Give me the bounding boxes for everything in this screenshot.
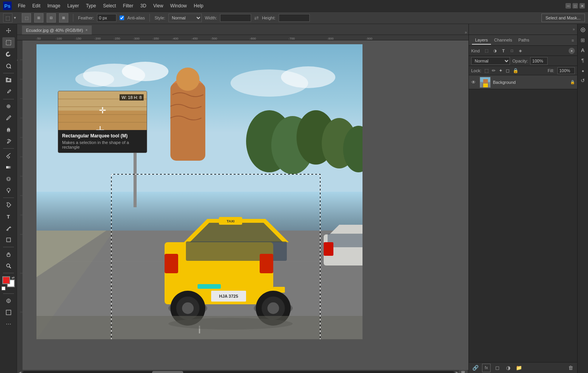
history-icon[interactable]: ↺ (579, 76, 587, 85)
height-input[interactable] (279, 14, 310, 22)
tab-layers[interactable]: Layers (472, 36, 491, 45)
menu-type[interactable]: Type (83, 2, 99, 10)
foreground-color-swatch[interactable] (2, 276, 10, 284)
layer-fx-icon[interactable]: fx (482, 364, 491, 372)
layer-adjustment-icon[interactable]: ◑ (504, 364, 512, 372)
panel-collapse-right[interactable]: » (572, 27, 575, 31)
filter-toggle[interactable]: ● (569, 48, 575, 54)
tool-screen-mode[interactable] (2, 307, 15, 318)
h-scroll-thumb[interactable] (152, 371, 183, 373)
feather-input[interactable] (97, 14, 116, 22)
svg-line-2 (10, 68, 11, 69)
lock-artboard-icon[interactable]: ◻ (506, 68, 510, 73)
character-icon[interactable]: A (579, 46, 587, 54)
layer-entry-background[interactable]: 👁 Background 🔒 (469, 75, 577, 89)
layer-group-icon[interactable]: 📁 (515, 364, 523, 372)
intersect-selection-btn[interactable]: ⊠ (59, 13, 68, 23)
window-close[interactable]: ✕ (579, 3, 585, 9)
tool-eyedropper[interactable] (2, 87, 15, 97)
select-mask-button[interactable]: Select and Mask... (541, 14, 585, 22)
filter-shape-icon[interactable]: □ (508, 47, 515, 54)
menu-file[interactable]: File (15, 2, 28, 10)
layer-mask-icon[interactable]: ◻ (493, 364, 501, 372)
layer-delete-icon[interactable]: 🗑 (566, 364, 575, 372)
lock-pixels-icon[interactable]: ✏ (492, 68, 496, 73)
tool-extra[interactable]: ⋯ (2, 319, 15, 330)
menu-help[interactable]: Help (191, 2, 206, 10)
svg-line-16 (9, 267, 11, 268)
tool-pen[interactable] (2, 200, 15, 210)
scroll-left-arrow[interactable]: ◀ (19, 371, 21, 373)
add-selection-btn[interactable]: ⊞ (34, 13, 43, 23)
scroll-right-arrow[interactable]: ▶ (456, 371, 458, 373)
opacity-input[interactable] (530, 57, 548, 65)
window-minimize[interactable]: ─ (565, 3, 571, 9)
filter-type-icon[interactable]: T (500, 47, 507, 54)
tool-crop[interactable] (2, 75, 15, 86)
lock-transparent-icon[interactable]: ⬚ (484, 68, 489, 73)
panel-collapse-btn[interactable]: » (465, 30, 467, 35)
layer-link-icon[interactable]: 🔗 (471, 364, 480, 372)
h-scroll-track[interactable] (23, 371, 454, 373)
menu-select[interactable]: Select (100, 2, 119, 10)
style-dropdown[interactable]: Normal Fixed Ratio Fixed Size (168, 14, 202, 22)
tool-lasso[interactable] (2, 49, 15, 60)
tool-quick-select[interactable] (2, 61, 15, 71)
ps-logo: Ps (3, 2, 12, 10)
tool-preset-picker[interactable]: ⬚ (3, 13, 12, 23)
filter-pixel-icon[interactable]: ⬚ (483, 47, 490, 54)
tool-hand[interactable] (2, 249, 15, 260)
tool-brush[interactable] (2, 113, 15, 123)
tool-gradient[interactable] (2, 162, 15, 173)
paragraph-icon[interactable]: ¶ (579, 56, 587, 64)
blend-mode-dropdown[interactable]: Normal Multiply Screen Overlay (471, 57, 510, 65)
tool-dodge[interactable] (2, 185, 15, 196)
tool-move[interactable] (2, 26, 15, 36)
fill-input[interactable] (557, 67, 575, 74)
canvas-tab[interactable]: Ecuador.jpg @ 40% (RGB/8#) × (22, 25, 92, 35)
properties-icon[interactable] (579, 26, 587, 34)
filter-smart-icon[interactable]: ◈ (517, 47, 524, 54)
swap-dimensions-icon[interactable]: ⇄ (254, 15, 259, 21)
filter-adjustment-icon[interactable]: ◑ (491, 47, 498, 54)
tool-eraser[interactable] (2, 150, 15, 161)
height-label: Height: (262, 16, 276, 20)
canvas-tab-title: Ecuador.jpg @ 40% (RGB/8#) (26, 28, 83, 33)
subtract-selection-btn[interactable]: ⊟ (47, 13, 56, 23)
canvas-content[interactable]: 5 (17, 40, 468, 370)
tool-stamp[interactable] (2, 124, 15, 135)
tool-healing[interactable] (2, 101, 15, 112)
menu-layer[interactable]: Layer (64, 2, 82, 10)
panel-menu-icon[interactable]: ≡ (572, 38, 574, 43)
tool-shape[interactable] (2, 234, 15, 245)
layer-visibility-icon[interactable]: 👁 (471, 80, 477, 85)
menu-view[interactable]: View (150, 2, 167, 10)
glyphs-icon[interactable]: ⬥ (579, 66, 587, 75)
fit-all-btn[interactable]: ⊞ (458, 370, 467, 373)
menu-edit[interactable]: Edit (29, 2, 43, 10)
tool-type[interactable]: T (2, 211, 15, 222)
menu-3d[interactable]: 3D (137, 2, 149, 10)
default-colors-icon[interactable] (2, 286, 5, 290)
width-input[interactable] (220, 14, 251, 22)
lock-position-icon[interactable]: ✦ (499, 68, 503, 73)
lock-all-icon[interactable]: 🔒 (513, 68, 519, 73)
menu-window[interactable]: Window (167, 2, 190, 10)
tool-zoom[interactable] (2, 260, 15, 271)
antialias-checkbox[interactable] (120, 16, 124, 20)
tool-history-brush[interactable] (2, 136, 15, 147)
tool-marquee[interactable] (2, 37, 15, 48)
new-selection-btn[interactable]: ⬚ (22, 13, 31, 23)
swap-colors-icon[interactable]: ⇄ (12, 276, 15, 279)
tool-preset-arrow[interactable]: ▼ (13, 16, 17, 20)
menu-image[interactable]: Image (44, 2, 63, 10)
tool-path-select[interactable] (2, 223, 15, 234)
tab-paths[interactable]: Paths (515, 36, 532, 45)
window-restore[interactable]: □ (572, 3, 578, 9)
menu-filter[interactable]: Filter (120, 2, 137, 10)
tool-quick-mask[interactable] (2, 295, 15, 306)
libraries-icon[interactable]: ⊞ (579, 36, 587, 44)
canvas-tab-close[interactable]: × (85, 28, 88, 32)
tab-channels[interactable]: Channels (491, 36, 515, 45)
tool-blur[interactable] (2, 173, 15, 184)
